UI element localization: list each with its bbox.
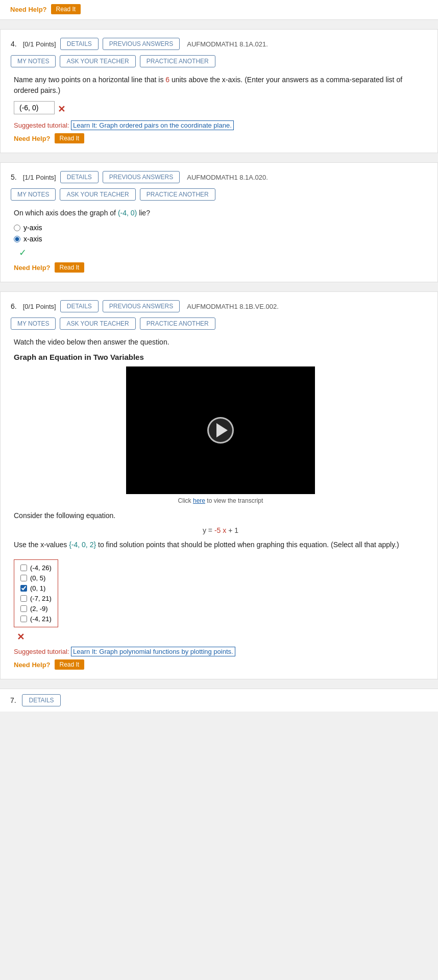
- q4-highlight-6: 6: [165, 76, 169, 84]
- q6-tutorial-link[interactable]: Learn It: Graph polynomial functions by …: [71, 647, 235, 656]
- q6-play-button[interactable]: [207, 417, 234, 444]
- question-5-block: 5. [1/1 Points] DETAILS PREVIOUS ANSWERS…: [0, 162, 438, 282]
- q5-radio-xaxis[interactable]: x-axis: [14, 235, 427, 243]
- q4-tutorial-link[interactable]: Learn It: Graph ordered pairs on the coo…: [71, 120, 234, 130]
- q6-play-triangle-icon: [216, 423, 228, 437]
- q6-cb-2-label: (0, 5): [30, 574, 45, 582]
- q5-radio-yaxis[interactable]: y-axis: [14, 224, 427, 232]
- q6-body: Watch the video below then answer the qu…: [11, 337, 427, 670]
- bottom-strip: 7. DETAILS: [0, 689, 438, 712]
- q4-btn-row: MY NOTES ASK YOUR TEACHER PRACTICE ANOTH…: [11, 55, 427, 67]
- q4-body: Name any two points on a horizontal line…: [11, 75, 427, 143]
- q5-points: [1/1 Points]: [23, 174, 56, 181]
- q6-my-notes-button[interactable]: MY NOTES: [11, 317, 56, 330]
- q5-need-help-label: Need Help?: [14, 264, 51, 272]
- q5-prev-answers-button[interactable]: PREVIOUS ANSWERS: [103, 171, 180, 183]
- q6-video-title: Graph an Equation in Two Variables: [14, 353, 427, 361]
- q5-my-notes-button[interactable]: MY NOTES: [11, 188, 56, 201]
- q5-question-text: On which axis does the graph of (-4, 0) …: [14, 208, 427, 218]
- top-strip: Need Help? Read It: [0, 0, 438, 20]
- q6-transcript-link-row: Click here to view the transcript: [14, 497, 427, 504]
- q4-need-help-row: Need Help? Read It: [14, 133, 427, 143]
- q5-need-help-row: Need Help? Read It: [14, 262, 427, 273]
- q5-btn-row: MY NOTES ASK YOUR TEACHER PRACTICE ANOTH…: [11, 188, 427, 201]
- q6-transcript-link[interactable]: here: [193, 497, 205, 504]
- q6-cb-1-input[interactable]: [20, 565, 27, 571]
- q6-cb-5-input[interactable]: [20, 605, 27, 612]
- q6-details-button[interactable]: DETAILS: [60, 300, 99, 312]
- q7-number: 7.: [10, 696, 16, 704]
- q6-cb-4-label: (-7, 21): [30, 595, 52, 602]
- q4-code: AUFMODMATH1 8.1A.021.: [187, 40, 268, 48]
- q6-practice-another-button[interactable]: PRACTICE ANOTHER: [140, 317, 215, 330]
- question-5-header: 5. [1/1 Points] DETAILS PREVIOUS ANSWERS…: [11, 171, 427, 183]
- q6-cb-4[interactable]: (-7, 21): [20, 595, 52, 602]
- q5-number: 5.: [11, 173, 17, 181]
- q6-video-box[interactable]: [126, 366, 315, 494]
- q6-checkbox-group: (-4, 26) (0, 5) (0, 1) (-7, 21) (2, -9): [14, 559, 58, 627]
- q4-prev-answers-button[interactable]: PREVIOUS ANSWERS: [103, 38, 180, 50]
- q4-question-text: Name any two points on a horizontal line…: [14, 75, 427, 96]
- q6-equation: y = -5 x + 1: [14, 526, 427, 534]
- q6-cb-6-input[interactable]: [20, 616, 27, 622]
- q6-read-it-button[interactable]: Read It: [55, 659, 85, 670]
- q5-practice-another-button[interactable]: PRACTICE ANOTHER: [140, 188, 215, 201]
- q6-cb-1[interactable]: (-4, 26): [20, 564, 52, 572]
- q4-details-button[interactable]: DETAILS: [60, 38, 99, 50]
- q4-number: 4.: [11, 40, 17, 48]
- q6-consider-text: Consider the following equation.: [14, 510, 427, 521]
- q5-xaxis-label: x-axis: [23, 235, 42, 243]
- q5-coord-highlight: (-4, 0): [118, 209, 137, 217]
- q5-correct-mark: ✓: [19, 248, 27, 258]
- q7-details-button[interactable]: DETAILS: [22, 694, 60, 706]
- q6-ask-teacher-button[interactable]: ASK YOUR TEACHER: [60, 317, 135, 330]
- q6-cb-2-input[interactable]: [20, 575, 27, 581]
- question-6-header: 6. [0/1 Points] DETAILS PREVIOUS ANSWERS…: [11, 300, 427, 312]
- q6-wrong-mark: ✕: [17, 632, 25, 642]
- question-6-block: 6. [0/1 Points] DETAILS PREVIOUS ANSWERS…: [0, 291, 438, 679]
- q4-practice-another-button[interactable]: PRACTICE ANOTHER: [140, 55, 215, 67]
- question-4-block: 4. [0/1 Points] DETAILS PREVIOUS ANSWERS…: [0, 29, 438, 153]
- q5-radio-yaxis-input[interactable]: [14, 225, 20, 231]
- q6-suggested-tutorial: Suggested tutorial: Learn It: Graph poly…: [14, 648, 427, 655]
- q4-answer-box: (-6, 0): [14, 101, 55, 114]
- q5-yaxis-label: y-axis: [23, 224, 42, 232]
- question-4-header: 4. [0/1 Points] DETAILS PREVIOUS ANSWERS…: [11, 38, 427, 50]
- q5-code: AUFMODMATH1 8.1A.020.: [187, 174, 268, 181]
- q6-cb-3[interactable]: (0, 1): [20, 584, 52, 592]
- q6-cb-1-label: (-4, 26): [30, 564, 52, 572]
- q4-ask-teacher-button[interactable]: ASK YOUR TEACHER: [60, 55, 135, 67]
- q6-use-xvals-text: Use the x-values {-4, 0, 2} to find solu…: [14, 540, 427, 550]
- q6-need-help-label: Need Help?: [14, 661, 51, 669]
- q6-need-help-row: Need Help? Read It: [14, 659, 427, 670]
- q4-need-help-label: Need Help?: [14, 135, 51, 142]
- q4-suggested-tutorial: Suggested tutorial: Learn It: Graph orde…: [14, 121, 427, 129]
- q6-video-container: [14, 366, 427, 494]
- read-it-button[interactable]: Read It: [51, 4, 81, 14]
- q6-watch-text: Watch the video below then answer the qu…: [14, 337, 427, 348]
- q6-prev-answers-button[interactable]: PREVIOUS ANSWERS: [103, 300, 180, 312]
- q6-code: AUFMODMATH1 8.1B.VE.002.: [187, 303, 279, 310]
- q5-read-it-button[interactable]: Read It: [55, 262, 85, 273]
- q4-my-notes-button[interactable]: MY NOTES: [11, 55, 56, 67]
- q6-cb-3-input[interactable]: [20, 585, 27, 592]
- q6-cb-5-label: (2, -9): [30, 605, 48, 612]
- q5-body: On which axis does the graph of (-4, 0) …: [11, 208, 427, 273]
- page-wrapper: Need Help? Read It 4. [0/1 Points] DETAI…: [0, 0, 438, 712]
- q6-number: 6.: [11, 302, 17, 310]
- q5-ask-teacher-button[interactable]: ASK YOUR TEACHER: [60, 188, 135, 201]
- q6-btn-row: MY NOTES ASK YOUR TEACHER PRACTICE ANOTH…: [11, 317, 427, 330]
- q6-cb-5[interactable]: (2, -9): [20, 605, 52, 612]
- q4-points: [0/1 Points]: [23, 40, 56, 48]
- q4-read-it-button[interactable]: Read It: [55, 133, 85, 143]
- q5-details-button[interactable]: DETAILS: [60, 171, 99, 183]
- need-help-label: Need Help?: [10, 6, 47, 13]
- q6-xvals-highlight: {-4, 0, 2}: [69, 541, 96, 549]
- q6-cb-2[interactable]: (0, 5): [20, 574, 52, 582]
- q6-cb-4-input[interactable]: [20, 595, 27, 602]
- q6-points: [0/1 Points]: [23, 303, 56, 310]
- q6-cb-6-label: (-4, 21): [30, 615, 52, 623]
- q6-cb-6[interactable]: (-4, 21): [20, 615, 52, 623]
- q5-radio-xaxis-input[interactable]: [14, 236, 20, 242]
- q4-wrong-mark: ✕: [58, 104, 65, 115]
